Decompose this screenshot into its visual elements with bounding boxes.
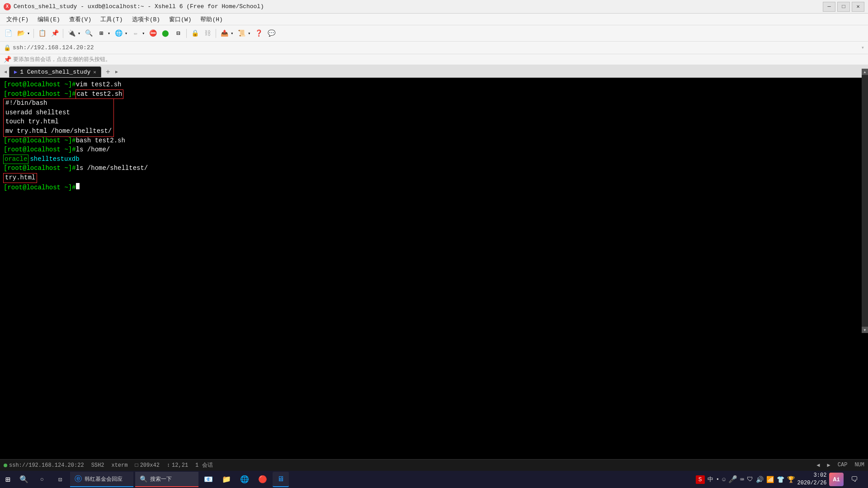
minimize-button[interactable]: ─ <box>823 2 835 12</box>
tab-nav-right[interactable]: ▶ <box>113 66 120 77</box>
prompt-7: [root@localhost ~]# <box>4 136 76 145</box>
tray-smiley[interactable]: ☺ <box>722 476 726 483</box>
output-4: useradd shelltest <box>5 108 70 117</box>
prompt-8: [root@localhost ~]# <box>4 145 76 155</box>
toolbar-script-group: 📜 ▾ <box>236 28 251 39</box>
toolbar-open-dropdown[interactable]: ▾ <box>26 31 31 36</box>
browser-icon: 🌐 <box>240 475 249 484</box>
toolbar-highlight-group: ✏ ▾ <box>130 28 146 39</box>
cortana-button[interactable]: ○ <box>34 472 50 487</box>
search-button[interactable]: 🔍 <box>16 472 32 487</box>
terminal-line-7: [root@localhost ~]# bash test2.sh <box>4 136 864 145</box>
toolbar-color[interactable]: 🌐 <box>113 28 124 39</box>
tab-centos-shell-study[interactable]: ▶ 1 Centos_shell_study ✕ <box>9 66 101 77</box>
clock[interactable]: 3:02 2020/2/26 <box>797 472 827 487</box>
script-content-box: #!/bin/bash useradd shelltest touch try.… <box>4 99 113 136</box>
menu-file[interactable]: 文件(F) <box>2 14 33 24</box>
toolbar-new[interactable]: 📄 <box>3 28 14 39</box>
tray-shield[interactable]: 🛡 <box>747 476 753 483</box>
toolbar-layout-dropdown[interactable]: ▾ <box>107 31 111 36</box>
close-button[interactable]: ✕ <box>852 2 864 12</box>
session-expand-icon[interactable]: ▾ <box>861 44 864 51</box>
toolbar-copy[interactable]: 📋 <box>37 28 47 39</box>
terminal[interactable]: [root@localhost ~]# vim test2.sh [root@l… <box>0 78 868 342</box>
tab-nav-left[interactable]: ◀ <box>2 66 9 77</box>
taskbar-mail-app[interactable]: 📧 <box>200 472 217 487</box>
toolbar-paste[interactable]: 📌 <box>49 28 60 39</box>
menu-tabs[interactable]: 选项卡(B) <box>127 14 165 24</box>
ai-button[interactable]: Ai <box>829 473 844 486</box>
toolbar-split[interactable]: ⊟ <box>173 28 184 39</box>
tray-mic[interactable]: 🎤 <box>728 475 737 484</box>
toolbar-highlight[interactable]: ✏ <box>130 28 141 39</box>
toolbar-transfer-dropdown[interactable]: ▾ <box>230 31 234 36</box>
status-connected-dot <box>4 464 7 467</box>
menu-tools[interactable]: 工具(T) <box>96 14 127 24</box>
toolbar-help[interactable]: ❓ <box>253 28 264 39</box>
status-left-arrow[interactable]: ◀ <box>816 462 820 469</box>
status-cursor-icon: ↕ <box>167 462 170 469</box>
separator-4 <box>216 29 216 38</box>
scrollbar-right[interactable]: ▲ ▼ <box>862 69 868 333</box>
status-ssh-text: SSH2 <box>91 462 104 469</box>
input-method-icon[interactable]: S <box>696 475 705 484</box>
toolbar-chat[interactable]: 💬 <box>266 28 277 39</box>
terminal-line-2: [root@localhost ~]# cat test2.sh <box>4 90 864 99</box>
toolbar-connect-dropdown[interactable]: ▾ <box>77 31 81 36</box>
tab-close-button[interactable]: ✕ <box>93 69 96 75</box>
status-session-text: ssh://192.168.124.20:22 <box>9 462 84 469</box>
cmd-8: ls /home/ <box>76 145 110 155</box>
tray-wifi[interactable]: 📶 <box>766 476 774 483</box>
taskbar-search-app[interactable]: 🔍 搜索一下 <box>135 472 198 487</box>
toolbar-record[interactable]: ⬤ <box>160 28 171 39</box>
tab-add-button[interactable]: + <box>103 67 113 77</box>
search-bar-label: 搜索一下 <box>150 475 172 483</box>
session-lock-icon: 🔒 <box>4 44 11 52</box>
status-num: NUM <box>854 462 864 469</box>
toolbar-stop[interactable]: ⛔ <box>147 28 158 39</box>
toolbar-search[interactable]: 🔍 <box>83 28 94 39</box>
taskbar-ie-app[interactable]: ⓔ 韩红基金会回应 <box>70 472 133 487</box>
menu-view[interactable]: 查看(V) <box>65 14 96 24</box>
tray-trophy[interactable]: 🏆 <box>787 476 795 483</box>
taskbar-terminal-app[interactable]: 🖥 <box>273 472 289 487</box>
lang-cn[interactable]: 中 <box>708 475 713 483</box>
menu-edit[interactable]: 编辑(E) <box>33 14 64 24</box>
toolbar-lock[interactable]: 🔒 <box>189 28 200 39</box>
taskbar-red-app[interactable]: 🔴 <box>255 472 271 487</box>
menu-window[interactable]: 窗口(W) <box>165 14 196 24</box>
scroll-up-arrow[interactable]: ▲ <box>862 69 868 75</box>
toolbar-highlight-dropdown[interactable]: ▾ <box>141 31 146 36</box>
notification-button[interactable]: 🗨 <box>846 472 863 487</box>
hint-pin-icon: 📌 <box>4 56 11 63</box>
notification-icon: 🗨 <box>851 475 858 484</box>
tray-keyboard[interactable]: ⌨ <box>740 476 744 483</box>
prompt-10: [root@localhost ~]# <box>4 164 76 173</box>
tray-volume[interactable]: 🔊 <box>756 476 764 483</box>
scroll-down-arrow[interactable]: ▼ <box>862 327 868 333</box>
taskbar-browser-app[interactable]: 🌐 <box>236 472 253 487</box>
tray-shirt[interactable]: 👕 <box>777 476 784 483</box>
toolbar-layout[interactable]: ⊞ <box>96 28 107 39</box>
titlebar: X Centos_shell_study - uxdb@localhost:~ … <box>0 0 868 14</box>
toolbar-transfer[interactable]: 📤 <box>219 28 230 39</box>
toolbar-color-dropdown[interactable]: ▾ <box>124 31 128 36</box>
toolbar-open-group: 📂 ▾ <box>15 28 31 39</box>
toolbar-script[interactable]: 📜 <box>236 28 247 39</box>
menu-help[interactable]: 帮助(H) <box>196 14 227 24</box>
terminal-line-1: [root@localhost ~]# vim test2.sh <box>4 80 864 89</box>
taskview-button[interactable]: ⊡ <box>52 472 68 487</box>
status-right-arrow[interactable]: ▶ <box>827 462 830 469</box>
toolbar-open[interactable]: 📂 <box>15 28 26 39</box>
toolbar-unlock[interactable]: ⛓ <box>202 28 213 39</box>
status-caps: CAP <box>838 462 848 469</box>
start-button[interactable]: ⊞ <box>2 472 14 487</box>
hint-text: 要添加当前会话，点击左侧的箭头按钮。 <box>13 56 111 63</box>
cmd-2: cat test2.sh <box>76 90 123 99</box>
toolbar-script-dropdown[interactable]: ▾ <box>247 31 251 36</box>
toolbar-connect[interactable]: 🔌 <box>66 28 77 39</box>
taskbar-files-app[interactable]: 📁 <box>218 472 235 487</box>
scroll-track[interactable] <box>862 75 868 327</box>
mail-icon: 📧 <box>204 475 213 484</box>
maximize-button[interactable]: □ <box>837 2 850 12</box>
